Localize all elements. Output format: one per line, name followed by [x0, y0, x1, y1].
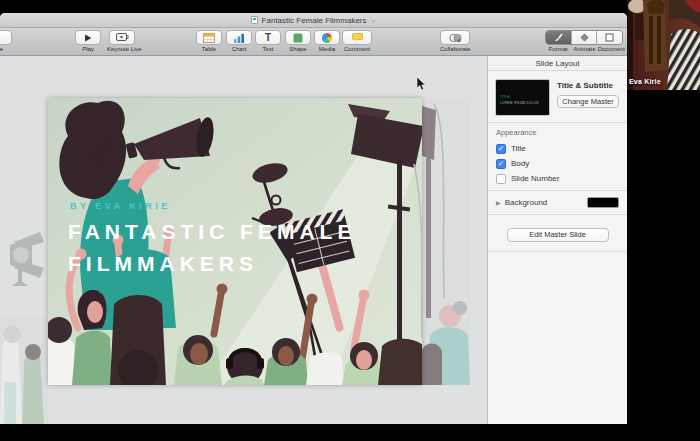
- divider: [488, 251, 627, 252]
- body-checkbox[interactable]: ✓: [496, 159, 506, 169]
- format-tab[interactable]: [546, 31, 572, 44]
- appearance-option-body[interactable]: ✓ Body: [496, 156, 619, 171]
- master-name: Title & Subtitle: [557, 81, 620, 90]
- table-button[interactable]: Table: [194, 30, 224, 52]
- animate-diamond-icon: [580, 33, 589, 42]
- play-button[interactable]: Play: [73, 30, 103, 52]
- slide-canvas[interactable]: BY EVA KIRIE FANTASTIC FEMALE FILMMAKERS: [0, 56, 487, 424]
- shape-icon: [293, 33, 303, 43]
- document-icon: [251, 16, 258, 24]
- keynote-live-icon: [116, 33, 129, 42]
- chart-icon: [233, 33, 245, 43]
- background-row[interactable]: ▶ Background: [488, 191, 627, 214]
- overflow-spotlight-left: [0, 224, 50, 304]
- edit-master-slide-button[interactable]: Edit Master Slide: [507, 228, 609, 242]
- format-inspector-sidebar: Slide Layout TITLE LOREM IPSUM DOLOR Tit…: [487, 56, 627, 424]
- participant-name-label: Eva Kirie: [629, 78, 661, 85]
- background-label: Background: [505, 198, 583, 207]
- master-slide-thumbnail[interactable]: TITLE LOREM IPSUM DOLOR: [495, 79, 550, 116]
- window-titlebar[interactable]: Fantastic Female Filmmakers ⌄: [0, 13, 627, 28]
- appearance-option-slide-number[interactable]: ✓ Slide Number: [496, 171, 619, 186]
- chart-button[interactable]: Chart: [224, 30, 254, 52]
- slide-illustration: [48, 98, 422, 385]
- slide[interactable]: BY EVA KIRIE FANTASTIC FEMALE FILMMAKERS: [48, 98, 422, 385]
- text-icon: T: [265, 33, 271, 43]
- collaborate-button[interactable]: Collaborate: [440, 30, 470, 52]
- change-master-button[interactable]: Change Master: [557, 95, 619, 108]
- participant-video-scene: [627, 0, 700, 90]
- animate-tab[interactable]: [572, 31, 598, 44]
- media-icon: [322, 33, 332, 43]
- overflow-crowd-left: [0, 318, 48, 424]
- toolbar-button-partial[interactable]: ide: [0, 30, 14, 52]
- window-title: Fantastic Female Filmmakers: [262, 16, 367, 25]
- animate-label: Animate: [571, 46, 597, 52]
- document-label: Document: [598, 46, 625, 52]
- format-label: Format: [545, 46, 571, 52]
- thumbnail-subtitle-text: LOREM IPSUM DOLOR: [500, 101, 539, 105]
- comment-icon: [352, 33, 363, 42]
- keynote-live-button[interactable]: Keynote Live: [107, 30, 137, 52]
- mouse-cursor: [417, 77, 427, 91]
- inspector-segmented-control: Format Animate Document: [545, 30, 625, 52]
- thumbnail-title-text: TITLE: [500, 95, 510, 99]
- disclosure-triangle-icon[interactable]: ▶: [496, 199, 501, 206]
- format-brush-icon: [553, 33, 563, 43]
- participant-video-tile[interactable]: Eva Kirie: [627, 0, 700, 90]
- chevron-down-icon[interactable]: ⌄: [371, 17, 377, 23]
- table-icon: [203, 33, 215, 43]
- appearance-label: Appearance: [496, 128, 619, 137]
- comment-button[interactable]: Comment: [342, 30, 372, 52]
- shape-button[interactable]: Shape: [283, 30, 313, 52]
- toolbar: ide Play Keynote Live: [0, 28, 627, 56]
- document-tab[interactable]: [597, 31, 622, 44]
- text-button[interactable]: T Text: [253, 30, 283, 52]
- sidebar-header: Slide Layout: [488, 56, 627, 71]
- background-color-well[interactable]: [587, 197, 619, 208]
- screen-share-stage: Fantastic Female Filmmakers ⌄ ide Play: [0, 0, 700, 441]
- title-checkbox[interactable]: ✓: [496, 144, 506, 154]
- document-page-icon: [605, 33, 614, 42]
- appearance-option-title[interactable]: ✓ Title: [496, 141, 619, 156]
- overflow-strip-right: [422, 98, 470, 385]
- play-icon: [84, 34, 92, 42]
- collaborate-icon: [449, 33, 462, 43]
- keynote-window: Fantastic Female Filmmakers ⌄ ide Play: [0, 13, 627, 424]
- media-button[interactable]: Media: [312, 30, 342, 52]
- slide-number-checkbox[interactable]: ✓: [496, 174, 506, 184]
